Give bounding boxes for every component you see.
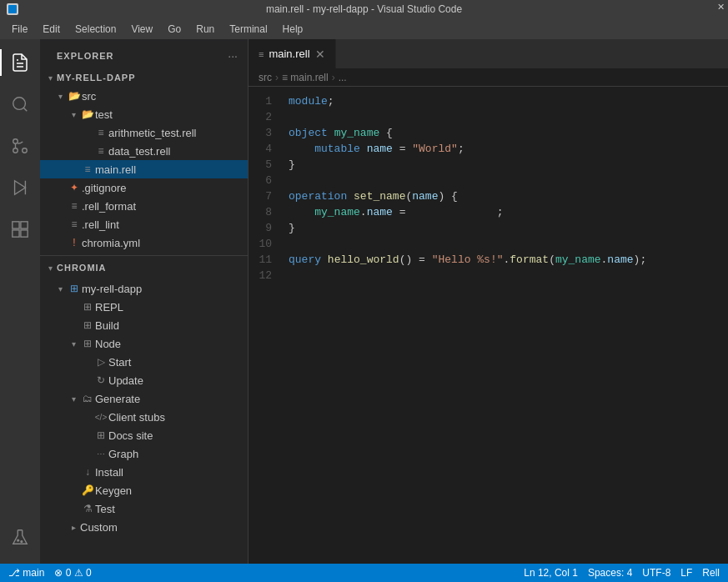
code-line-1: 1 module; bbox=[249, 93, 728, 109]
code-line-3: 3 object my_name { bbox=[249, 125, 728, 141]
code-line-4: 4 mutable name = "World"; bbox=[249, 141, 728, 157]
menu-item-file[interactable]: File bbox=[5, 22, 34, 37]
status-line-ending[interactable]: LF bbox=[680, 567, 692, 579]
app-icon bbox=[7, 3, 18, 15]
tree-test[interactable]: ⚗ Test bbox=[40, 499, 248, 518]
tree-install[interactable]: ↓ Install bbox=[40, 463, 248, 481]
svg-marker-8 bbox=[15, 181, 26, 195]
tree-data-test-file[interactable]: ≡ data_test.rell bbox=[40, 142, 248, 160]
extensions-activity-icon[interactable] bbox=[0, 209, 40, 249]
sidebar: EXPLORER ··· ▾ MY-RELL-DAPP ▾ 📂 src ▾ 📂 … bbox=[40, 39, 249, 564]
breadcrumb-file: ≡ main.rell bbox=[282, 72, 329, 83]
menu-item-help[interactable]: Help bbox=[276, 22, 310, 37]
more-actions-button[interactable]: ··· bbox=[228, 49, 238, 63]
run-activity-icon[interactable] bbox=[0, 168, 40, 208]
tree-build[interactable]: ⊞ Build bbox=[40, 316, 248, 334]
rell-file-icon: ≡ bbox=[67, 218, 82, 230]
tree-node-update[interactable]: ↻ Update bbox=[40, 371, 248, 389]
status-position[interactable]: Ln 12, Col 1 bbox=[524, 567, 578, 579]
menu-item-go[interactable]: Go bbox=[161, 22, 188, 37]
folder-open-icon: 📂 bbox=[80, 108, 95, 120]
tree-main-rell-file[interactable]: ≡ main.rell bbox=[40, 160, 248, 178]
title-bar: main.rell - my-rell-dapp - Visual Studio… bbox=[0, 0, 728, 18]
install-icon: ↓ bbox=[80, 466, 95, 478]
repl-icon: ⊞ bbox=[80, 301, 95, 313]
rell-file-icon: ≡ bbox=[93, 145, 108, 157]
tree-gitignore-file[interactable]: ✦ .gitignore bbox=[40, 178, 248, 197]
status-encoding[interactable]: UTF-8 bbox=[642, 567, 670, 579]
test-icon: ⚗ bbox=[80, 503, 95, 514]
files-activity-icon[interactable] bbox=[0, 43, 40, 83]
search-activity-icon[interactable] bbox=[0, 84, 40, 124]
status-branch[interactable]: ⎇ main bbox=[8, 567, 44, 579]
tree-src-folder[interactable]: ▾ 📂 src bbox=[40, 87, 248, 105]
tree-repl[interactable]: ⊞ REPL bbox=[40, 298, 248, 316]
code-line-6: 6 bbox=[249, 173, 728, 188]
tree-custom[interactable]: ▸ Custom bbox=[40, 518, 248, 536]
tree-generate[interactable]: ▾ 🗂 Generate bbox=[40, 389, 248, 408]
chevron-down-icon: ▾ bbox=[43, 263, 57, 273]
flask-activity-icon[interactable] bbox=[0, 517, 40, 557]
tree-arithmetic-test-file[interactable]: ≡ arithmetic_test.rell bbox=[40, 123, 248, 142]
project-icon: ⊞ bbox=[67, 283, 82, 294]
code-editor[interactable]: 1 module; 2 3 object my_name { 4 mutable… bbox=[249, 87, 728, 564]
code-line-12: 12 bbox=[249, 268, 728, 283]
svg-point-6 bbox=[13, 139, 18, 144]
tree-chromia-project[interactable]: ▾ ⊞ my-rell-dapp bbox=[40, 279, 248, 298]
tree-keygen[interactable]: 🔑 Keygen bbox=[40, 481, 248, 499]
status-bar: ⎇ main ⊗ 0 ⚠ 0 Ln 12, Col 1 Spaces: 4 UT… bbox=[0, 564, 728, 582]
tree-node-start[interactable]: ▷ Start bbox=[40, 353, 248, 371]
menu-bar: FileEditSelectionViewGoRunTerminalHelp bbox=[0, 18, 728, 39]
yaml-icon: ! bbox=[67, 237, 82, 248]
status-errors[interactable]: ⊗ 0 ⚠ 0 bbox=[54, 567, 91, 579]
menu-item-terminal[interactable]: Terminal bbox=[223, 22, 274, 37]
chevron-down-icon: ▾ bbox=[53, 92, 67, 101]
menu-item-edit[interactable]: Edit bbox=[36, 22, 67, 37]
source-control-activity-icon[interactable] bbox=[0, 126, 40, 166]
activity-bar bbox=[0, 39, 40, 564]
docs-icon: ⊞ bbox=[93, 429, 108, 441]
tree-rell-format-file[interactable]: ≡ .rell_format bbox=[40, 197, 248, 215]
rell-file-icon: ≡ bbox=[67, 200, 82, 212]
tree-chromia-yml-file[interactable]: ! chromia.yml bbox=[40, 233, 248, 252]
chevron-down-icon: ▾ bbox=[53, 284, 67, 294]
graph-icon: ⋯ bbox=[93, 449, 108, 459]
explorer-title: EXPLORER bbox=[57, 51, 114, 61]
tab-bar: ≡ main.rell ✕ bbox=[249, 39, 728, 68]
status-spaces[interactable]: Spaces: 4 bbox=[588, 567, 632, 579]
code-line-8: 8 my_name.name = ; bbox=[249, 204, 728, 220]
menu-item-run[interactable]: Run bbox=[189, 22, 221, 37]
code-line-5: 5 } bbox=[249, 157, 728, 173]
chevron-right-icon: ▸ bbox=[67, 523, 80, 532]
tree-rell-lint-file[interactable]: ≡ .rell_lint bbox=[40, 215, 248, 233]
svg-rect-10 bbox=[13, 222, 19, 228]
explorer-header: EXPLORER ··· bbox=[40, 39, 248, 68]
tree-node[interactable]: ▾ ⊞ Node bbox=[40, 334, 248, 353]
chevron-down-icon: ▾ bbox=[43, 73, 57, 83]
window-close-button[interactable]: ✕ bbox=[717, 2, 725, 13]
status-language[interactable]: Rell bbox=[702, 567, 720, 579]
breadcrumb-more: ... bbox=[339, 72, 347, 83]
editor-area: ≡ main.rell ✕ src › ≡ main.rell › ... 1 … bbox=[249, 39, 728, 564]
section-my-rell-dapp[interactable]: ▾ MY-RELL-DAPP bbox=[40, 68, 248, 87]
svg-rect-13 bbox=[21, 230, 28, 237]
section-chromia[interactable]: ▾ CHROMIA bbox=[40, 256, 248, 279]
tree-docs-site[interactable]: ⊞ Docs site bbox=[40, 426, 248, 444]
code-line-10: 10 bbox=[249, 236, 728, 252]
update-icon: ↻ bbox=[93, 374, 108, 386]
tree-graph[interactable]: ⋯ Graph bbox=[40, 444, 248, 463]
rell-tab-icon: ≡ bbox=[259, 49, 264, 59]
tab-close-button[interactable]: ✕ bbox=[315, 48, 325, 61]
svg-rect-11 bbox=[21, 222, 28, 228]
node-icon: ⊞ bbox=[80, 338, 95, 349]
svg-rect-12 bbox=[13, 230, 19, 237]
svg-point-3 bbox=[13, 98, 26, 110]
menu-item-view[interactable]: View bbox=[124, 22, 159, 37]
tree-test-folder[interactable]: ▾ 📂 test bbox=[40, 105, 248, 123]
keygen-icon: 🔑 bbox=[80, 484, 95, 496]
tab-main-rell[interactable]: ≡ main.rell ✕ bbox=[249, 39, 336, 68]
tree-client-stubs[interactable]: </> Client stubs bbox=[40, 408, 248, 426]
generate-icon: 🗂 bbox=[80, 393, 95, 404]
tab-label: main.rell bbox=[269, 48, 309, 60]
menu-item-selection[interactable]: Selection bbox=[68, 22, 123, 37]
